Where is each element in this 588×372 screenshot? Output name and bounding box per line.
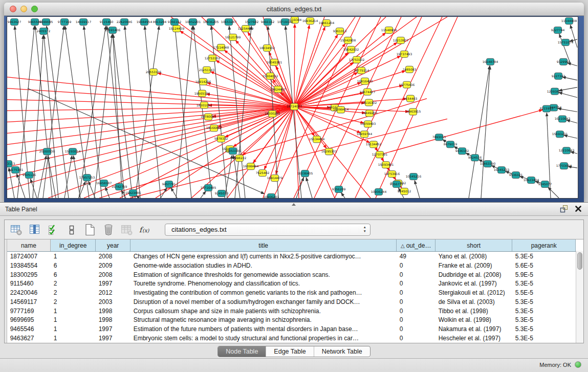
network-node[interactable]: 9245033 <box>215 190 229 197</box>
tab-edge-table[interactable]: Edge Table <box>266 346 313 357</box>
table-cell[interactable]: 2 <box>51 279 96 288</box>
column-visibility-button[interactable] <box>28 223 41 236</box>
network-node[interactable]: 10674427 <box>360 89 376 95</box>
network-node[interactable]: 18914206 <box>195 78 211 85</box>
table-row[interactable]: 1872400712008Changes of HCN gene express… <box>7 252 576 261</box>
table-cell[interactable]: 0 <box>397 316 435 325</box>
network-node[interactable]: 16121799 <box>225 34 241 40</box>
network-node[interactable]: 10653287 <box>221 18 237 25</box>
table-row[interactable]: 946362711997Embryonic stem cells: a mode… <box>7 334 576 343</box>
table-cell[interactable]: de Silva et al. (2003) <box>435 297 512 307</box>
table-row[interactable]: 1830029562008Estimation of significance … <box>7 270 576 279</box>
table-cell[interactable]: 18724007 <box>7 252 51 261</box>
network-node[interactable]: 9115460 <box>100 18 114 25</box>
column-header-year[interactable]: year <box>96 239 130 252</box>
table-cell[interactable]: 1998 <box>96 316 130 325</box>
network-node[interactable]: 14569117 <box>76 18 92 25</box>
delete-table-button[interactable] <box>120 223 134 236</box>
network-node[interactable]: 15093491 <box>378 162 394 168</box>
table-cell[interactable]: 0 <box>397 334 435 343</box>
table-row[interactable]: 946554611997Estimation of the future num… <box>7 324 576 334</box>
tab-network-table[interactable]: Network Table <box>314 346 370 357</box>
network-node[interactable]: 9356102 <box>168 18 182 25</box>
network-node[interactable]: 9457791 <box>162 181 176 188</box>
column-header-short[interactable]: short <box>435 239 512 252</box>
network-node[interactable]: 15342908 <box>340 37 356 43</box>
network-node[interactable]: 9227343 <box>552 73 565 79</box>
table-cell[interactable]: Embryonic stem cells: a model to study s… <box>130 334 397 343</box>
network-node[interactable]: 15134452 <box>366 141 382 148</box>
table-cell[interactable]: 9463627 <box>7 334 51 343</box>
table-cell[interactable]: Tibbo et al. (1998) <box>435 307 512 316</box>
network-node[interactable]: 10906244 <box>371 189 387 195</box>
table-cell[interactable]: 0 <box>397 297 435 307</box>
network-node[interactable]: 16936205 <box>203 18 219 25</box>
table-cell[interactable]: 1 <box>51 307 96 316</box>
table-cell[interactable]: Stergiakouli et al. (2012) <box>435 288 512 297</box>
scrollbar-thumb[interactable] <box>577 252 582 270</box>
table-cell[interactable]: 5.3E-5 <box>512 279 576 288</box>
table-row[interactable]: 977716911998Corpus callosum shape and si… <box>7 307 576 316</box>
network-node[interactable]: 10345216 <box>406 173 422 180</box>
create-column-button[interactable] <box>83 223 97 236</box>
network-node[interactable]: 16210643 <box>555 116 571 122</box>
network-node[interactable]: 20260530 <box>39 148 55 155</box>
network-node[interactable]: 9463627 <box>8 18 21 25</box>
network-node[interactable]: 2405572 <box>37 28 51 34</box>
table-cell[interactable]: 2 <box>51 297 96 307</box>
table-cell[interactable]: 1997 <box>96 324 130 334</box>
table-row[interactable]: 911546021997Tourette syndrome. Phenomeno… <box>7 279 576 288</box>
vertical-scrollbar[interactable] <box>576 251 583 343</box>
network-node[interactable]: 9245012 <box>398 188 411 195</box>
table-cell[interactable]: 2009 <box>96 261 130 270</box>
network-node[interactable]: 9154403 <box>404 95 418 102</box>
table-cell[interactable]: 1 <box>51 316 96 325</box>
table-cell[interactable]: 1997 <box>96 334 130 343</box>
network-node[interactable]: 15751074 <box>558 39 574 46</box>
table-cell[interactable]: 1 <box>51 334 96 343</box>
table-cell[interactable]: Franke et al. (2009) <box>435 261 512 270</box>
network-node[interactable]: 22420046 <box>117 18 133 25</box>
network-node[interactable]: 17703054 <box>556 163 572 169</box>
network-node[interactable]: 10923404 <box>524 177 539 184</box>
network-node[interactable]: 16648784 <box>483 58 498 65</box>
table-cell[interactable]: 5.3E-5 <box>512 252 576 261</box>
delete-column-button[interactable] <box>101 223 115 236</box>
network-node[interactable]: 15775436 <box>399 81 415 88</box>
network-node[interactable]: 11544908 <box>561 17 577 24</box>
network-node[interactable]: 16782759 <box>112 184 127 190</box>
table-cell[interactable]: 5.3E-5 <box>512 334 576 343</box>
table-cell[interactable]: 5.9E-5 <box>512 270 576 279</box>
table-cell[interactable]: 9777169 <box>7 307 51 316</box>
network-node[interactable]: 15293014 <box>65 148 81 155</box>
column-header-pagerank[interactable]: pagerank <box>512 239 576 252</box>
tab-node-table[interactable]: Node Table <box>218 346 266 357</box>
network-node[interactable]: 15716485 <box>201 185 216 191</box>
network-node[interactable]: 18959744 <box>357 131 373 138</box>
table-cell[interactable]: 5.5E-5 <box>512 288 576 297</box>
network-node[interactable]: 10719144 <box>277 18 293 25</box>
table-row[interactable]: 2242004622012Investigating the contribut… <box>7 288 576 297</box>
table-cell[interactable]: 0 <box>397 279 435 288</box>
table-cell[interactable]: 5.6E-5 <box>512 261 576 270</box>
network-node[interactable]: 10963915 <box>405 108 421 115</box>
network-canvas[interactable]: 1225440916121799171140481275310221251143… <box>7 17 578 198</box>
table-cell[interactable]: 49 <box>397 252 435 261</box>
table-cell[interactable]: 2 <box>51 288 96 297</box>
network-node[interactable]: 9498222 <box>233 155 247 162</box>
network-node[interactable]: 19166852 <box>206 125 222 132</box>
table-cell[interactable]: Investigating the contribution of common… <box>130 288 397 297</box>
network-node[interactable]: 15449203 <box>362 110 378 117</box>
table-cell[interactable]: Wolkin et al. (1998) <box>435 316 512 325</box>
network-node[interactable]: 8913204 <box>153 18 167 25</box>
column-header-title[interactable]: title <box>130 239 397 252</box>
table-cell[interactable]: 5.3E-5 <box>512 316 576 325</box>
network-node[interactable]: 9356209 <box>332 186 346 193</box>
table-cell[interactable]: 9699695 <box>7 316 51 325</box>
network-node[interactable]: 7625402 <box>256 170 270 177</box>
table-cell[interactable]: 9465546 <box>7 324 51 334</box>
column-header-in_degree[interactable]: in_degree <box>51 239 96 252</box>
table-cell[interactable]: Dudbridge et al. (2008) <box>435 270 512 279</box>
network-node[interactable]: 15124439 <box>169 25 185 32</box>
network-node[interactable]: 9361013 <box>333 28 347 34</box>
